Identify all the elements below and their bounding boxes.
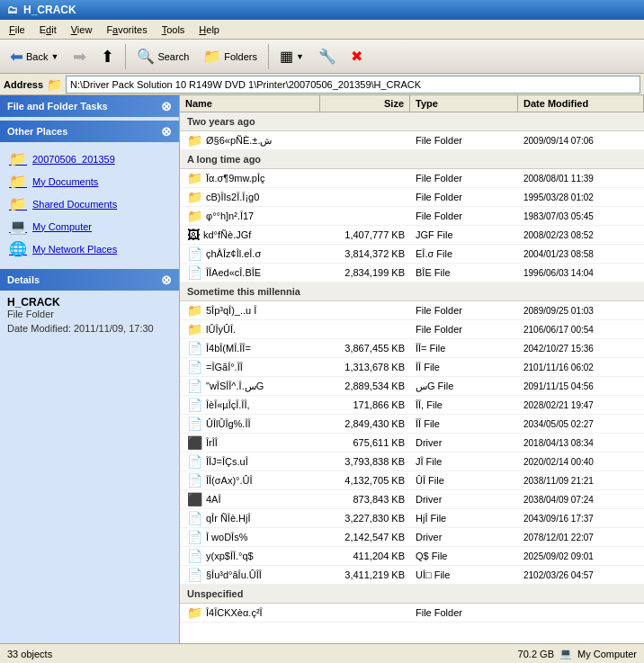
file-tasks-section: File and Folder Tasks ⊗ [0, 95, 179, 117]
file-type: File Folder [410, 190, 518, 204]
file-type: HjÎ File [410, 511, 518, 525]
file-name: "wÎSÎÎ^.Î.سG [206, 381, 264, 392]
file-row[interactable]: 📁Î4ÎCKXèα.ç²Î File Folder [180, 604, 644, 623]
file-row[interactable]: 📁cB)ÎIs2Î.Î¡g0 File Folder 1995/03/28 01… [180, 188, 644, 207]
menu-edit[interactable]: Edit [34, 22, 62, 37]
menu-favorites[interactable]: Favorites [101, 22, 152, 37]
file-row[interactable]: 📄ÎÎAed«cÎ.BÎE 2,834,199 KB BÎE File 1996… [180, 264, 644, 282]
network-icon: 🌐 [9, 240, 27, 257]
file-size [320, 176, 410, 180]
link-shared-documents[interactable]: 📁 Shared Documents [7, 193, 172, 215]
file-row[interactable]: 🖼kd°fÑè.JGf 1,407,777 KB JGF File 2008/0… [180, 226, 644, 245]
file-row[interactable]: 📄Î4bÎ(MÎ.ÎÎ= 3,867,455 KB ÎÎ= File 2042/… [180, 339, 644, 358]
file-icon: 📄 [187, 511, 202, 525]
folder-link-icon: 📁 [9, 150, 27, 167]
menu-file[interactable]: File [4, 22, 31, 37]
file-row[interactable]: 📁lÛÎyÛÎ. File Folder 2106/06/17 00:54 [180, 320, 644, 339]
file-date: 2018/04/13 08:34 [518, 436, 644, 450]
col-name[interactable]: Name [180, 95, 320, 112]
search-label: Search [157, 51, 189, 62]
up-icon: ⬆ [101, 47, 114, 67]
file-list[interactable]: Name Size Type Date Modified Two years a… [180, 95, 644, 643]
file-type: JGF File [410, 228, 518, 242]
file-row[interactable]: 📄y(xp$ÎÎ.°q$ 411,204 KB Q$ File 2025/09/… [180, 547, 644, 566]
file-date: 2101/11/16 06:02 [518, 361, 644, 374]
file-date: 1995/03/28 01:02 [518, 191, 644, 204]
file-date: 2102/03/26 04:57 [518, 569, 644, 582]
group-header-3: Unspecified [180, 585, 644, 604]
link-my-documents[interactable]: 📁 My Documents [7, 170, 172, 193]
file-row[interactable]: 📄Î woDÎs% 2,142,547 KB Driver 2078/12/01… [180, 528, 644, 547]
file-tasks-header[interactable]: File and Folder Tasks ⊗ [0, 95, 179, 117]
menu-help[interactable]: Help [193, 22, 225, 37]
col-type[interactable]: Type [410, 95, 518, 112]
action-button[interactable]: 🔧 [312, 44, 343, 68]
separator-2 [268, 44, 269, 69]
view-icon: ▦ [280, 48, 293, 65]
details-collapse-icon[interactable]: ⊗ [161, 273, 172, 287]
file-name: cB)ÎIs2Î.Î¡g0 [206, 192, 259, 202]
my-docs-icon: 📁 [9, 173, 27, 190]
link-20070506[interactable]: 📁 20070506_201359 [7, 148, 172, 170]
file-row[interactable]: 📄çhÂÎz¢Îl.eÎ.σ 3,814,372 KB EÎ.σ File 20… [180, 245, 644, 264]
file-row[interactable]: 📄ÎÎ(σAx)°.ÛÎ 4,132,705 KB ÛÎ File 2038/1… [180, 471, 644, 490]
file-type: File Folder [410, 322, 518, 336]
forward-button[interactable]: ➡ [67, 43, 93, 70]
file-icon: 📁 [187, 171, 202, 185]
file-icon: 📁 [187, 605, 202, 620]
file-row[interactable]: 📄qÎr ÑÎè.HjÎ 3,227,830 KB HjÎ File 2043/… [180, 509, 644, 528]
file-row[interactable]: 📁φ°°h]n².Î17 File Folder 1983/07/03 05:4… [180, 207, 644, 226]
link-my-computer[interactable]: 💻 My Computer [7, 215, 172, 237]
view-button[interactable]: ▦ ▼ [273, 44, 310, 68]
file-name: ÎrÎÎ [206, 437, 218, 448]
file-row[interactable]: ⬛4AÎ 873,843 KB Driver 2038/04/09 07:24 [180, 490, 644, 509]
action-icon: 🔧 [318, 48, 336, 65]
menu-view[interactable]: View [66, 22, 98, 37]
file-date: 2043/09/16 17:37 [518, 512, 644, 525]
file-row[interactable]: ⬛ÎrÎÎ 675,611 KB Driver 2018/04/13 08:34 [180, 434, 644, 452]
link-network-places[interactable]: 🌐 My Network Places [7, 237, 172, 260]
search-button[interactable]: 🔍 Search [130, 44, 195, 68]
file-size [320, 309, 410, 312]
title-icon: 🗂 [7, 4, 18, 16]
file-row[interactable]: 📄ÛÎlÛÎg%.ÎÎ 2,849,430 KB ÎÎ File 2034/05… [180, 415, 644, 434]
file-name: 5Îp³qÎ)_..u Î [206, 305, 256, 316]
file-type: ÎÎ File [410, 417, 518, 431]
address-path: N:\Driver Pack Solution 10 R149W DVD 1\P… [70, 79, 421, 90]
file-name: Ïα.σ¶9mw.pÎç [206, 173, 265, 184]
file-row[interactable]: 📄=ÎGãÎ°.ÎÎ 1,313,678 KB ÎÎ File 2101/11/… [180, 358, 644, 377]
back-button[interactable]: ⬅ Back ▼ [4, 43, 65, 70]
other-places-header[interactable]: Other Places ⊗ [0, 121, 179, 142]
menu-tools[interactable]: Tools [157, 22, 191, 37]
delete-button[interactable]: ✖ [344, 44, 369, 68]
computer-icon: 💻 [559, 648, 572, 659]
main-container: File and Folder Tasks ⊗ Other Places ⊗ 📁… [0, 95, 644, 643]
file-row[interactable]: 📄"wÎSÎÎ^.Î.سG 2,889,534 KB سG File 2091/… [180, 377, 644, 396]
file-date: 2008/02/23 08:52 [518, 228, 644, 242]
file-name: ÎÎ(σAx)°.ÛÎ [206, 475, 253, 486]
file-row[interactable]: 📄ÎèÎ«µÎçÎ.ÎÎ, 171,866 KB ÎÎ, File 2028/0… [180, 396, 644, 415]
file-row[interactable]: 📁5Îp³qÎ)_..u Î File Folder 2089/09/25 01… [180, 301, 644, 320]
file-row[interactable]: 📁Ø§6«pÑÈ.±.ش File Folder 2009/09/14 07:0… [180, 131, 644, 150]
file-row[interactable]: 📁Ïα.σ¶9mw.pÎç File Folder 2008/08/01 11:… [180, 169, 644, 188]
up-button[interactable]: ⬆ [94, 43, 121, 70]
other-places-collapse-icon[interactable]: ⊗ [161, 124, 172, 139]
file-row[interactable]: 📄§Îu³d°âÎu.ÛÎÎ 3,411,219 KB UÎ□ File 210… [180, 566, 644, 585]
file-date: 2038/11/09 21:21 [518, 474, 644, 488]
file-date: 2078/12/01 22:07 [518, 531, 644, 544]
file-tasks-collapse-icon[interactable]: ⊗ [161, 99, 172, 113]
col-size[interactable]: Size [320, 95, 410, 112]
file-size: 411,204 KB [320, 549, 410, 563]
details-header[interactable]: Details ⊗ [0, 269, 179, 291]
address-input[interactable]: N:\Driver Pack Solution 10 R149W DVD 1\P… [66, 76, 640, 94]
back-icon: ⬅ [10, 47, 23, 67]
file-row[interactable]: 📄ÎÎJ=ÎÇs.uÎ 3,793,838 KB JÎ File 2020/02… [180, 452, 644, 471]
file-size: 1,313,678 KB [320, 360, 410, 374]
view-arrow-icon: ▼ [296, 52, 304, 61]
folders-button[interactable]: 📁 Folders [197, 44, 264, 68]
file-size [320, 195, 410, 199]
file-icon: 📄 [187, 549, 202, 563]
file-size: 2,849,430 KB [320, 417, 410, 431]
col-date[interactable]: Date Modified [518, 95, 644, 112]
other-places-label: Other Places [7, 126, 67, 137]
